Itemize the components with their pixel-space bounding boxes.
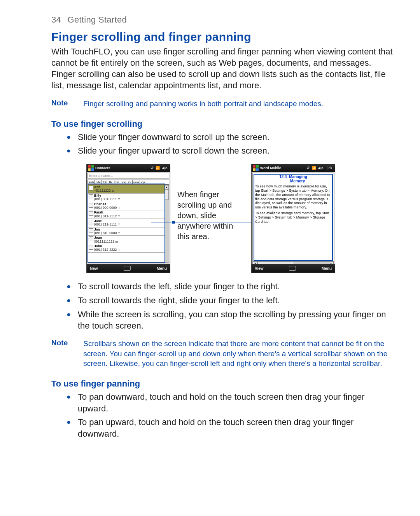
figure-caption-text: When finger scrolling up and down, slide… [177, 190, 233, 241]
contacts-content: Enter a name... #ab cde fgh ijk lmn opq … [87, 172, 170, 264]
softkey-bar: New Menu [87, 264, 170, 273]
callout-line [151, 222, 268, 222]
alpha-tab[interactable]: xyz [140, 180, 169, 185]
list-item: While the screen is scrolling, you can s… [51, 309, 397, 332]
figure-caption: When finger scrolling up and down, slide… [174, 164, 247, 242]
contact-row[interactable]: Charles(091) 900-0000 m [88, 202, 169, 211]
phone-title: Contacts [95, 166, 149, 170]
phone-title: Word Mobile [260, 166, 305, 170]
contact-icon [89, 228, 93, 233]
status-icons: ⇵ 📶 ◀✕ [151, 166, 168, 170]
scroll-left-arrow-icon[interactable]: ◂ [253, 262, 257, 264]
contact-row[interactable]: Jim(091) 810-0000 m [88, 227, 169, 236]
bullet-list-1: Slide your finger downward to scroll up … [51, 131, 397, 157]
note-2: Note Scrollbars shown on the screen indi… [51, 339, 397, 369]
softkey-right[interactable]: Menu [322, 266, 332, 271]
document-area[interactable]: 12.4 Managing Memory To see how much mem… [252, 173, 334, 264]
scroll-up-arrow-icon[interactable]: ▴ [165, 185, 169, 190]
list-item: To scroll towards the left, slide your f… [51, 281, 397, 292]
heading-1: Finger scrolling and finger panning [51, 30, 397, 44]
alpha-tab[interactable]: uvw [133, 180, 140, 185]
contact-icon [89, 186, 93, 191]
section-name: Getting Started [68, 15, 127, 24]
alpha-tab[interactable]: opq [120, 180, 127, 185]
contact-icon [89, 245, 93, 250]
contact-row[interactable]: Farah(091) 011-1112 m [88, 210, 169, 219]
alpha-tab[interactable]: lmn [113, 180, 120, 185]
contact-list[interactable]: Ann+51111222 w Billy(091) 331-1111 m Cha… [88, 185, 169, 262]
list-item: Slide your finger downward to scroll up … [51, 131, 397, 143]
contact-row[interactable]: Billy(091) 331-1111 m [88, 194, 169, 202]
contact-row[interactable]: Joan09111111111 m [88, 236, 169, 244]
bullet-list-3: To pan downward, touch and hold on the t… [51, 391, 397, 440]
search-input-placeholder: Enter a name... [89, 174, 113, 178]
doc-paragraph: To see how much memory is available for … [255, 184, 331, 210]
doc-paragraph: To see available storage card memory, ta… [255, 211, 331, 224]
keyboard-icon[interactable] [124, 266, 131, 271]
note-label: Note [51, 339, 68, 369]
alpha-index-row[interactable]: #ab cde fgh ijk lmn opq rst uvw xyz [88, 180, 169, 185]
windows-flag-icon [88, 165, 94, 171]
windows-flag-icon [253, 165, 259, 171]
note-1: Note Finger scrolling and panning works … [51, 99, 397, 109]
intro-paragraph: With TouchFLO, you can use finger scroll… [51, 46, 397, 91]
scroll-thumb[interactable] [165, 190, 169, 200]
phone-title-bar: Contacts ⇵ 📶 ◀✕ [87, 164, 170, 172]
phone-contacts: Contacts ⇵ 📶 ◀✕ Enter a name... #ab cde … [86, 164, 170, 273]
subhead-finger-scrolling: To use finger scrolling [51, 119, 397, 129]
contact-row[interactable]: John(091) 312-2222 m [88, 244, 169, 253]
list-item: Slide your finger upward to scroll down … [51, 145, 397, 157]
keyboard-icon[interactable] [289, 266, 296, 271]
softkey-bar: View Menu [252, 264, 335, 273]
contact-row[interactable]: Ann+51111222 w [88, 185, 169, 194]
note-label: Note [51, 99, 68, 109]
alpha-tab[interactable]: fgh [102, 180, 108, 185]
page-number: 34 [51, 15, 61, 24]
softkey-right[interactable]: Menu [157, 266, 167, 271]
softkey-left[interactable]: View [255, 266, 264, 271]
note-text: Finger scrolling and panning works in bo… [83, 99, 323, 109]
scroll-thumb[interactable] [257, 262, 294, 264]
doc-heading: 12.4 Managing Memory [255, 175, 331, 183]
alpha-tab[interactable]: rst [127, 180, 133, 185]
alpha-tab[interactable]: ijk [108, 180, 113, 185]
running-head: 34 Getting Started [51, 15, 397, 25]
phone-title-bar: Word Mobile ⇵ 📶 ◀✕ ok [252, 164, 335, 172]
alpha-tab[interactable]: cde [95, 180, 102, 185]
contact-icon [89, 220, 93, 224]
subhead-finger-panning: To use finger panning [51, 379, 397, 389]
search-input[interactable]: Enter a name... [88, 173, 169, 179]
vertical-scrollbar[interactable]: ▴ [164, 185, 169, 262]
softkey-left[interactable]: New [90, 266, 98, 271]
note-text: Scrollbars shown on the screen indicate … [83, 339, 397, 369]
contact-icon [89, 211, 93, 216]
bullet-list-2: To scroll towards the left, slide your f… [51, 281, 397, 332]
scroll-right-arrow-icon[interactable]: ▸ [329, 262, 334, 264]
figure-row: Contacts ⇵ 📶 ◀✕ Enter a name... #ab cde … [86, 164, 397, 273]
alpha-tab[interactable]: #ab [88, 180, 95, 185]
list-item: To scroll towards the right, slide your … [51, 295, 397, 306]
contact-icon [89, 203, 93, 208]
list-item: To pan downward, touch and hold on the t… [51, 391, 397, 414]
status-icons: ⇵ 📶 ◀✕ [307, 166, 324, 170]
horizontal-scrollbar[interactable]: ◂ ▸ [253, 261, 334, 264]
contact-icon [89, 194, 93, 199]
word-content: 12.4 Managing Memory To see how much mem… [252, 172, 335, 264]
ok-button[interactable]: ok [327, 166, 333, 170]
contact-row[interactable]: Jane(091) 211-1111 m [88, 219, 169, 227]
list-item: To pan upward, touch and hold on the tou… [51, 416, 397, 439]
contact-icon [89, 236, 93, 241]
document-page: 34 Getting Started Finger scrolling and … [0, 0, 420, 516]
phone-word-mobile: Word Mobile ⇵ 📶 ◀✕ ok 12.4 Managing Memo… [251, 164, 335, 273]
